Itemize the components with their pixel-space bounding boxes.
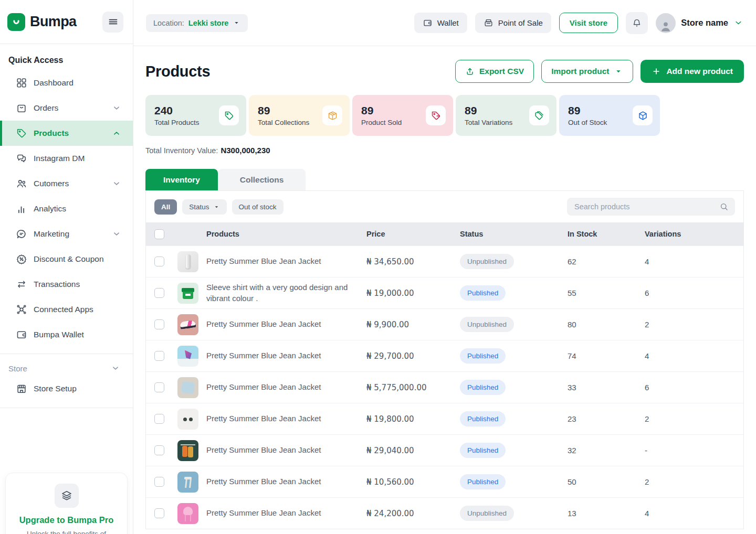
status-badge: Published — [460, 348, 506, 364]
product-price: ₦ 29,040.00 — [366, 446, 460, 455]
stat-value: 89 — [568, 104, 607, 117]
table-row[interactable]: Pretty Summer Blue Jean Jacket ₦ 29,700.… — [146, 340, 743, 371]
visit-store-button[interactable]: Visit store — [559, 13, 618, 33]
brand-logo[interactable]: Bumpa — [7, 13, 77, 31]
row-checkbox[interactable] — [154, 445, 164, 455]
status-badge: Unpublished — [460, 506, 514, 521]
export-icon — [465, 67, 475, 76]
hamburger-menu-button[interactable] — [102, 12, 123, 33]
sidebar-item[interactable]: Discount & Coupon — [0, 247, 133, 272]
sidebar-item[interactable]: Bumpa Wallet — [0, 322, 133, 347]
product-price: ₦ 5,775,000.00 — [366, 383, 460, 392]
product-thumbnail — [177, 346, 198, 367]
in-stock-value: 62 — [568, 257, 645, 266]
bumpa-logo-icon — [7, 13, 25, 31]
table-row[interactable]: Pretty Summer Blue Jean Jacket ₦ 10,560.… — [146, 466, 743, 497]
sidebar-item[interactable]: Connected Apps — [0, 297, 133, 322]
sidebar-item-label: Discount & Coupon — [34, 254, 104, 264]
sidebar-item[interactable]: Instagram DM — [0, 146, 133, 171]
stat-label: Total Variations — [465, 119, 512, 126]
row-checkbox[interactable] — [154, 382, 164, 392]
table-row[interactable]: Pretty Summer Blue Jean Jacket ₦ 34,650.… — [146, 245, 743, 277]
chevron-down-icon — [111, 364, 120, 373]
sidebar-item-label: Instagram DM — [34, 154, 85, 163]
location-selector[interactable]: Location: Lekki store — [146, 14, 248, 32]
sidebar-item[interactable]: Analytics — [0, 196, 133, 221]
in-stock-value: 23 — [568, 414, 645, 423]
sidebar-item-label: Marketing — [34, 229, 69, 239]
product-thumbnail — [177, 377, 198, 398]
filter-out-of-stock[interactable]: Out of stock — [232, 199, 284, 215]
sidebar-item[interactable]: Orders — [0, 95, 133, 121]
export-csv-button[interactable]: Export CSV — [455, 60, 534, 83]
row-checkbox[interactable] — [154, 257, 164, 266]
table-row[interactable]: Pretty Summer Blue Jean Jacket ₦ 24,200.… — [146, 497, 743, 529]
row-checkbox[interactable] — [154, 351, 164, 361]
sidebar-item-label: Store Setup — [34, 384, 77, 393]
sidebar-item-icon — [16, 253, 27, 265]
chevron-down-icon — [733, 18, 743, 28]
sidebar-item-icon — [16, 178, 27, 189]
sidebar-item-label: Analytics — [34, 204, 66, 213]
stat-icon — [633, 105, 653, 125]
variations-value: 4 — [645, 509, 743, 518]
sidebar-item-label: Bumpa Wallet — [34, 330, 84, 339]
sidebar-section-store[interactable]: Store — [0, 360, 133, 376]
stat-label: Total Products — [154, 119, 200, 126]
account-menu[interactable]: Store name — [656, 13, 743, 33]
tab-collections[interactable]: Collections — [218, 169, 306, 190]
wallet-icon — [423, 18, 433, 28]
sidebar-item-label: Products — [34, 129, 69, 138]
sidebar-item[interactable]: Marketing — [0, 221, 133, 247]
sidebar-item-label: Transactions — [34, 280, 80, 289]
stat-icon — [219, 105, 239, 125]
col-products: Products — [206, 230, 366, 238]
sidebar-item-label: Cutomers — [34, 179, 69, 188]
table-row[interactable]: Pretty Summer Blue Jean Jacket ₦ 9,900.0… — [146, 308, 743, 340]
table-row[interactable]: Pretty Summer Blue Jean Jacket ₦ 29,040.… — [146, 434, 743, 466]
status-badge: Published — [460, 474, 506, 489]
filter-status[interactable]: Status — [182, 199, 226, 215]
sidebar-item[interactable]: Products — [0, 121, 133, 146]
import-product-button[interactable]: Import product — [541, 60, 633, 83]
sidebar-item[interactable]: Cutomers — [0, 171, 133, 196]
wallet-button[interactable]: Wallet — [414, 13, 467, 33]
sidebar-item[interactable]: Transactions — [0, 272, 133, 297]
search-input[interactable] — [574, 202, 719, 211]
row-checkbox[interactable] — [154, 414, 164, 424]
sidebar-item[interactable]: Dashboard — [0, 70, 133, 95]
sidebar-header: Bumpa — [0, 0, 133, 44]
row-checkbox[interactable] — [154, 288, 164, 298]
variations-value: 2 — [645, 320, 743, 329]
row-checkbox[interactable] — [154, 508, 164, 518]
select-all-checkbox[interactable] — [154, 229, 164, 239]
in-stock-value: 50 — [568, 477, 645, 486]
product-thumbnail — [177, 251, 198, 272]
stat-value: 89 — [258, 104, 309, 117]
table-row[interactable]: Pretty Summer Blue Jean Jacket ₦ 5,775,0… — [146, 371, 743, 403]
table-row[interactable]: Sleeve shirt with a very good design and… — [146, 277, 743, 308]
upgrade-subtitle: Unlock the full benefits of — [14, 530, 119, 534]
table-row[interactable]: Pretty Summer Blue Jean Jacket ₦ 19,800.… — [146, 403, 743, 434]
notifications-button[interactable] — [626, 12, 648, 34]
stats-row: 240 Total Products 89 Total Collections … — [145, 95, 744, 136]
in-stock-value: 13 — [568, 509, 645, 518]
stat-value: 89 — [361, 104, 402, 117]
sidebar-item[interactable]: Store Setup — [0, 376, 133, 401]
product-thumbnail — [177, 283, 198, 304]
page-title: Products — [145, 63, 210, 80]
table-body: Pretty Summer Blue Jean Jacket ₦ 34,650.… — [146, 245, 743, 529]
filter-all[interactable]: All — [154, 199, 177, 215]
tab-inventory[interactable]: Inventory — [145, 169, 218, 190]
add-new-product-button[interactable]: Add new product — [640, 60, 744, 83]
product-name: Pretty Summer Blue Jean Jacket — [206, 256, 366, 266]
stat-label: Out of Stock — [568, 119, 607, 126]
pos-label: Point of Sale — [498, 18, 543, 27]
row-checkbox[interactable] — [154, 319, 164, 329]
in-stock-value: 74 — [568, 351, 645, 360]
point-of-sale-button[interactable]: Point of Sale — [475, 13, 551, 33]
row-checkbox[interactable] — [154, 477, 164, 487]
product-price: ₦ 19,800.00 — [366, 414, 460, 424]
upgrade-card[interactable]: Upgrade to Bumpa Pro Unlock the full ben… — [5, 473, 128, 534]
wallet-label: Wallet — [437, 18, 459, 27]
